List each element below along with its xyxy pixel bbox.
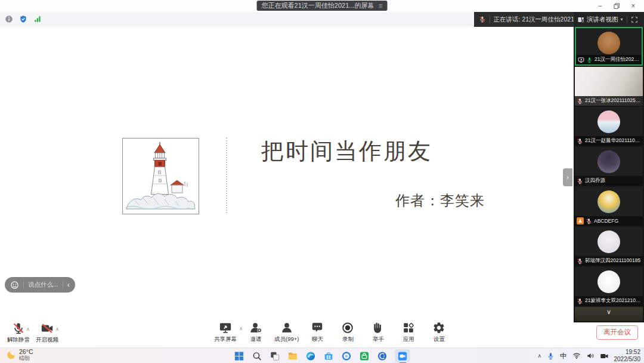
security-shield-icon[interactable] <box>19 15 27 23</box>
settings-gear-icon <box>432 321 445 334</box>
participant-tile[interactable]: 郭瑞萍汉四20211100185 <box>575 227 643 266</box>
leave-meeting-button[interactable]: 离开会议 <box>596 325 638 340</box>
tray-chevron-up-icon[interactable]: ∧ <box>537 353 541 359</box>
emoji-icon[interactable] <box>10 281 19 290</box>
view-mode-bar: 演讲者视图 ▾ <box>574 12 644 27</box>
ime-indicator[interactable]: 中 <box>560 352 567 361</box>
network-signal-icon[interactable] <box>33 15 42 23</box>
wifi-icon[interactable] <box>572 352 581 360</box>
browser-app-icon[interactable] <box>342 351 352 361</box>
participant-tile[interactable]: 21汉一赵晨华202111025... <box>575 107 643 146</box>
share-options-caret[interactable]: ∧ <box>239 326 243 331</box>
mic-muted-icon <box>577 98 583 104</box>
avatar <box>597 150 620 173</box>
participant-tile[interactable]: 21汉一张冰20211102526 <box>575 67 643 106</box>
apps-button[interactable]: 应用 <box>397 321 420 343</box>
share-screen-label: 共享屏幕 <box>214 336 237 343</box>
weather-temperature: 26°C <box>19 349 33 356</box>
mic-options-caret[interactable]: ∧ <box>26 327 30 332</box>
toolbar-center: 共享屏幕 ∧ 邀请 成员(99+) 聊天 录制 举手 应用 设置 <box>213 321 451 343</box>
view-mode-label[interactable]: 演讲者视图 <box>587 16 618 24</box>
sidebar-collapse-handle[interactable]: › <box>563 168 572 186</box>
search-icon[interactable] <box>252 351 262 361</box>
lighthouse-drawing <box>123 139 197 213</box>
members-button[interactable]: 成员(99+) <box>274 321 299 343</box>
mic-muted-icon <box>12 322 25 335</box>
meeting-info-icon[interactable] <box>5 15 13 23</box>
window-title-bar: 您正在观看21汉一周佳怡2021...的屏幕 ≡ − × <box>0 0 644 13</box>
chevron-left-icon[interactable]: ‹ <box>67 281 70 289</box>
divider <box>490 16 490 23</box>
watching-banner-text: 您正在观看21汉一周佳怡2021...的屏幕 <box>262 1 374 11</box>
participant-name: 郭瑞萍汉四20211100185 <box>585 257 640 264</box>
blue-clock-app-icon[interactable] <box>377 351 388 361</box>
chat-icon <box>311 321 324 334</box>
close-button[interactable]: × <box>625 0 642 12</box>
file-explorer-icon[interactable] <box>288 351 298 361</box>
task-view-icon[interactable] <box>270 351 280 361</box>
unmute-label: 解除静音 <box>7 336 30 344</box>
chevron-down-icon: ∨ <box>606 308 611 316</box>
raise-hand-icon <box>371 321 385 334</box>
invite-icon <box>249 321 262 334</box>
participant-name: 21汉一周佳怡202111... <box>595 56 640 63</box>
avatar <box>597 32 620 54</box>
meeting-app-taskbar-icon[interactable] <box>395 349 410 362</box>
chevron-right-icon: › <box>566 173 569 182</box>
participant-tile[interactable]: 汉四乔源 <box>575 147 643 186</box>
mic-in-use-icon[interactable] <box>547 352 555 360</box>
moon-icon <box>6 350 16 360</box>
divider <box>23 281 24 289</box>
start-video-button[interactable]: 开启视频 <box>33 322 61 344</box>
windows-taskbar: 26°C 晴朗 ∧ 中 1 <box>0 347 644 363</box>
share-screen-button[interactable]: 共享屏幕 ∧ <box>213 321 237 343</box>
record-label: 录制 <box>342 336 354 343</box>
unmute-button[interactable]: 解除静音 <box>5 322 32 344</box>
banner-menu-icon[interactable]: ≡ <box>378 2 382 10</box>
members-label: 成员(99+) <box>274 336 299 343</box>
fullscreen-icon[interactable] <box>631 16 638 23</box>
raise-hand-button[interactable]: 举手 <box>366 321 390 343</box>
chat-button[interactable]: 聊天 <box>305 321 329 343</box>
speaker-icon[interactable] <box>586 352 595 360</box>
participant-tile[interactable]: 21蒙班李文双202121002... <box>575 267 643 306</box>
avatar <box>597 230 620 253</box>
record-button[interactable]: 录制 <box>336 321 360 343</box>
mic-muted-icon <box>586 218 592 224</box>
settings-label: 设置 <box>434 336 445 343</box>
restore-button[interactable] <box>608 0 625 12</box>
chat-label: 聊天 <box>312 336 323 343</box>
quick-chat-bar[interactable]: 说点什么... ‹ <box>5 277 75 293</box>
minimize-button[interactable]: − <box>592 0 608 12</box>
video-options-caret[interactable]: ∧ <box>55 327 59 332</box>
microsoft-store-icon[interactable] <box>324 351 334 361</box>
mic-muted-icon <box>577 298 583 304</box>
record-icon <box>341 321 354 334</box>
mic-muted-icon <box>577 178 583 184</box>
participant-name: 21汉一赵晨华202111025... <box>585 137 641 144</box>
speaking-status-bar: 正在讲话: 21汉一周佳怡20211... <box>474 12 574 27</box>
divider <box>63 281 63 289</box>
camera-in-use-icon[interactable] <box>600 352 609 361</box>
invite-button[interactable]: 邀请 <box>244 321 268 343</box>
taskbar-clock[interactable]: 19:52 2022/5/30 <box>614 349 641 363</box>
participant-tile[interactable]: ABCDEFG <box>575 187 643 226</box>
taskbar-weather-widget[interactable]: 26°C 晴朗 <box>6 349 33 361</box>
screen-share-icon <box>578 57 584 63</box>
invite-label: 邀请 <box>250 336 262 343</box>
participant-tile-speaker[interactable]: 21汉一周佳怡202111... <box>575 27 643 66</box>
divider <box>627 16 627 23</box>
mic-muted-icon <box>577 138 583 144</box>
windows-start-icon[interactable] <box>234 351 244 361</box>
view-mode-caret-icon[interactable]: ▾ <box>621 17 623 22</box>
green-store-app-icon[interactable] <box>360 351 370 361</box>
participant-name: 21汉一张冰20211102526 <box>585 97 641 104</box>
scroll-more-participants[interactable]: ∨ <box>575 307 643 321</box>
person-icon <box>578 219 583 223</box>
watching-banner: 您正在观看21汉一周佳怡2021...的屏幕 ≡ <box>257 1 388 11</box>
edge-browser-icon[interactable] <box>306 351 316 361</box>
settings-button[interactable]: 设置 <box>427 321 451 343</box>
slide-divider-dotted-line <box>226 137 227 213</box>
chat-input-placeholder[interactable]: 说点什么... <box>28 281 58 289</box>
participant-name: ABCDEFG <box>594 218 618 224</box>
